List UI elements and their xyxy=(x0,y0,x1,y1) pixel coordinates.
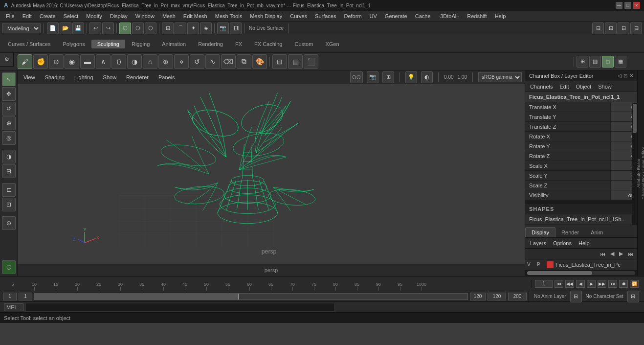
toolbar-tool-settings[interactable]: ⊟ xyxy=(618,23,629,34)
attribute-editor-side-label[interactable]: Attribute Editor xyxy=(636,159,641,188)
toolbar-snap-view[interactable]: ◈ xyxy=(200,23,212,34)
tool-rotate[interactable]: ↺ xyxy=(2,102,16,115)
sculpt-clay[interactable]: ◑ xyxy=(127,54,142,69)
anim-layer-btn[interactable]: ⊟ xyxy=(570,291,582,302)
tool-camera[interactable]: ⬡ xyxy=(2,260,16,274)
menu-mesh-display[interactable]: Mesh Display xyxy=(246,12,286,20)
cb-menu-channels[interactable]: Channels xyxy=(527,83,555,91)
vp-layout1[interactable]: ▥ xyxy=(589,56,601,68)
range-start-field[interactable] xyxy=(488,293,506,300)
toolbar-paint[interactable]: ⬡ xyxy=(145,23,156,34)
sculpt-twist[interactable]: ↺ xyxy=(190,54,204,69)
layer-playback-toggle[interactable]: P xyxy=(537,262,545,267)
vp-cam[interactable]: 📷 xyxy=(367,71,378,83)
menu-cache[interactable]: Cache xyxy=(411,12,435,20)
vp-single[interactable]: □ xyxy=(602,56,614,68)
layer-nav-prev-prev[interactable]: ⏮ xyxy=(598,250,607,258)
channel-rotate-z-label[interactable]: Rotate Z xyxy=(525,153,610,159)
sculpt-grab[interactable]: ✊ xyxy=(33,54,48,69)
vp-lighting-mode[interactable]: 💡 xyxy=(405,71,417,83)
transport-forward[interactable]: ▶▶ xyxy=(598,280,606,288)
tool-select[interactable]: ↖ xyxy=(2,72,16,86)
maximize-button[interactable]: □ xyxy=(624,2,631,9)
tab-xgen[interactable]: XGen xyxy=(319,40,345,48)
cb-menu-edit[interactable]: Edit xyxy=(556,83,572,91)
panel-float-icon[interactable]: ⊡ xyxy=(623,73,627,78)
vp-wireframe[interactable]: ⊞ xyxy=(382,71,394,83)
frame-start-field[interactable] xyxy=(3,293,17,300)
panel-collapse-icon[interactable]: ◁ xyxy=(618,73,622,78)
vp-menu-shading[interactable]: Shading xyxy=(42,73,67,81)
sculpt-smooth[interactable]: ⊙ xyxy=(49,54,64,69)
menu-select[interactable]: Select xyxy=(60,12,83,20)
corner-settings[interactable]: ⚙ xyxy=(0,53,14,67)
channel-rotate-y-label[interactable]: Rotate Y xyxy=(525,143,610,149)
toolbar-redo[interactable]: ↪ xyxy=(102,23,114,34)
transport-back[interactable]: ◀ xyxy=(576,280,585,288)
toolbar-save[interactable]: 💾 xyxy=(72,23,84,34)
menu-modify[interactable]: Modify xyxy=(82,12,106,20)
vp-four-view[interactable]: ⊞ xyxy=(577,56,588,68)
layer-visibility-toggle[interactable]: V xyxy=(527,262,535,267)
char-set-btn[interactable]: ⊟ xyxy=(627,291,639,302)
toolbar-open[interactable]: 📂 xyxy=(60,23,71,34)
sculpt-sym[interactable]: ⊟ xyxy=(272,54,287,69)
menu-3dtall[interactable]: -3DtoAll- xyxy=(435,12,464,20)
toolbar-lasso[interactable]: ⬡ xyxy=(132,23,144,34)
frame-end-field[interactable] xyxy=(470,293,486,300)
vp-shadow[interactable]: ◐ xyxy=(421,71,433,83)
vp-menu-lighting[interactable]: Lighting xyxy=(71,73,96,81)
transport-end[interactable]: ⏭ xyxy=(608,280,617,288)
toolbar-render-seq[interactable]: 🎞 xyxy=(230,23,242,34)
tool-move[interactable]: ✥ xyxy=(2,87,16,101)
menu-edit[interactable]: Edit xyxy=(19,12,36,20)
channel-scale-z-label[interactable]: Scale Z xyxy=(525,183,610,188)
menu-help[interactable]: Help xyxy=(491,12,510,20)
vp-menu-view[interactable]: View xyxy=(21,73,38,81)
toolbar-snap-point[interactable]: ✦ xyxy=(187,23,199,34)
channel-scale-x-label[interactable]: Scale X xyxy=(525,163,610,169)
sculpt-flood[interactable]: ⬛ xyxy=(304,54,318,69)
menu-edit-mesh[interactable]: Edit Mesh xyxy=(179,12,211,20)
vp-gamma-select[interactable]: sRGB gamma xyxy=(478,72,522,82)
tab-display[interactable]: Display xyxy=(525,227,555,237)
channel-translate-x-label[interactable]: Translate X xyxy=(525,104,610,110)
tab-sculpting[interactable]: Sculpting xyxy=(91,40,125,48)
menu-surfaces[interactable]: Surfaces xyxy=(311,12,340,20)
tab-curves-surfaces[interactable]: Curves / Surfaces xyxy=(2,40,56,48)
transport-loop[interactable]: 🔁 xyxy=(630,280,639,288)
menu-mesh[interactable]: Mesh xyxy=(158,12,179,20)
channel-scale-y-label[interactable]: Scale Y xyxy=(525,173,610,179)
mel-input[interactable] xyxy=(25,303,334,312)
mel-label[interactable]: MEL xyxy=(4,303,23,311)
cb-menu-show[interactable]: Show xyxy=(595,83,615,91)
sculpt-erase[interactable]: ⌫ xyxy=(221,54,236,69)
vp-menu-show[interactable]: Show xyxy=(100,73,120,81)
frame-current-input[interactable] xyxy=(535,280,553,288)
tab-fx[interactable]: FX xyxy=(229,40,248,48)
tab-animation[interactable]: Animation xyxy=(156,40,192,48)
le-menu-options[interactable]: Options xyxy=(550,239,575,247)
toolbar-snap-curve[interactable]: ⌒ xyxy=(175,23,186,34)
tool-snap[interactable]: ⊙ xyxy=(2,216,16,230)
transport-back-back[interactable]: ◀◀ xyxy=(565,280,574,288)
channel-translate-y-label[interactable]: Translate Y xyxy=(525,114,610,120)
channel-visibility-label[interactable]: Visibility xyxy=(525,192,610,198)
sculpt-paint[interactable]: 🎨 xyxy=(252,54,267,69)
vp-side[interactable]: ▦ xyxy=(615,56,626,68)
sculpt-fill[interactable]: ⊕ xyxy=(158,54,173,69)
transport-start[interactable]: ⏮ xyxy=(555,280,563,288)
transport-record[interactable]: ⏺ xyxy=(619,280,628,288)
sculpt-wave[interactable]: ∿ xyxy=(205,54,220,69)
toolbar-snap-grid[interactable]: ⊞ xyxy=(162,23,174,34)
le-menu-help[interactable]: Help xyxy=(576,239,593,247)
sculpt-pinch[interactable]: ⟨⟩ xyxy=(111,54,126,69)
tab-custom[interactable]: Custom xyxy=(289,40,319,48)
menu-create[interactable]: Create xyxy=(36,12,60,20)
menu-uv[interactable]: UV xyxy=(366,12,381,20)
sculpt-relax[interactable]: 🖌 xyxy=(18,54,32,69)
panel-close-icon[interactable]: ✕ xyxy=(629,73,633,78)
layer-scrollbar[interactable] xyxy=(525,270,637,276)
workspace-dropdown[interactable]: Modeling xyxy=(2,23,41,33)
close-button[interactable]: ✕ xyxy=(633,2,640,9)
